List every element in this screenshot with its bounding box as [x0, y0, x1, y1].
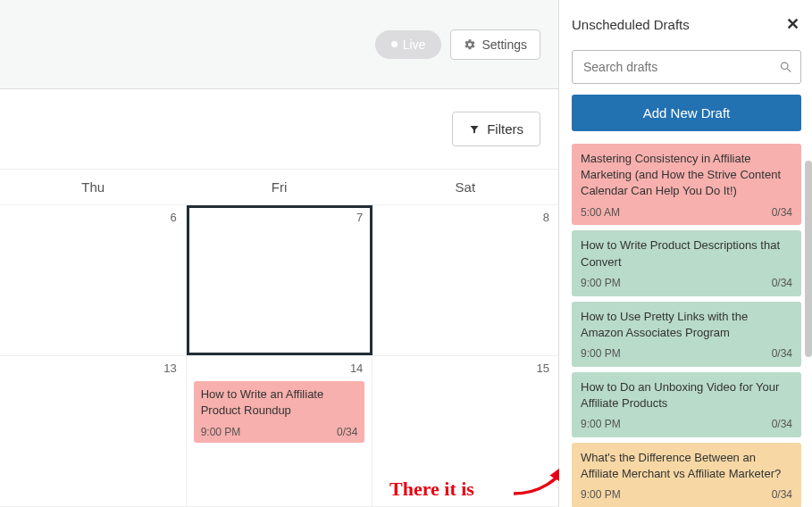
gear-icon — [464, 38, 476, 51]
svg-point-0 — [782, 62, 789, 70]
svg-line-1 — [787, 69, 791, 72]
calendar-header-row: Thu Fri Sat — [0, 170, 558, 205]
calendar-cell[interactable]: 14 How to Write an Affiliate Product Rou… — [187, 356, 373, 506]
day-number: 15 — [537, 362, 549, 375]
live-dot-icon — [391, 41, 398, 47]
calendar-cell[interactable]: 8 — [373, 205, 558, 355]
draft-count: 0/34 — [772, 487, 792, 503]
draft-time: 9:00 PM — [581, 487, 621, 503]
filters-label: Filters — [487, 121, 523, 137]
close-icon[interactable]: ✕ — [786, 16, 799, 32]
calendar-cell-selected[interactable]: 7 — [187, 205, 373, 355]
draft-title: What's the Difference Between an Affilia… — [581, 450, 792, 482]
calendar-event[interactable]: How to Write an Affiliate Product Roundu… — [194, 381, 365, 443]
draft-time: 5:00 AM — [581, 205, 620, 220]
drafts-sidebar: Unscheduled Drafts ✕ Add New Draft Maste… — [559, 0, 812, 507]
draft-item[interactable]: How to Write Product Descriptions that C… — [572, 230, 801, 295]
draft-count: 0/34 — [772, 205, 792, 220]
settings-label: Settings — [481, 37, 527, 52]
event-time: 9:00 PM — [201, 425, 241, 439]
day-number: 6 — [170, 211, 176, 224]
draft-item[interactable]: What's the Difference Between an Affilia… — [572, 443, 801, 507]
add-new-draft-button[interactable]: Add New Draft — [572, 95, 801, 131]
calendar-row: 13 14 How to Write an Affiliate Product … — [0, 356, 558, 507]
filter-toolbar: Filters — [0, 89, 558, 170]
filters-button[interactable]: Filters — [452, 112, 540, 146]
settings-button[interactable]: Settings — [450, 29, 540, 60]
draft-title: How to Use Pretty Links with the Amazon … — [581, 309, 792, 341]
draft-title: How to Write Product Descriptions that C… — [581, 237, 792, 270]
sidebar-title: Unscheduled Drafts — [572, 17, 690, 32]
scrollbar-thumb[interactable] — [805, 161, 812, 357]
draft-item[interactable]: Mastering Consistency in Affiliate Marke… — [572, 144, 801, 225]
top-toolbar: Live Settings — [0, 0, 558, 89]
day-number: 14 — [350, 362, 363, 375]
draft-item[interactable]: How to Use Pretty Links with the Amazon … — [572, 302, 801, 367]
day-number: 8 — [543, 211, 549, 224]
day-header-fri: Fri — [186, 170, 372, 204]
day-number: 13 — [163, 362, 176, 375]
draft-item[interactable]: How to Do an Unboxing Video for Your Aff… — [572, 372, 801, 437]
search-wrap — [572, 50, 801, 84]
calendar-cell[interactable]: 6 — [0, 205, 187, 355]
day-number: 7 — [356, 211, 363, 224]
live-button[interactable]: Live — [375, 30, 442, 59]
event-title: How to Write an Affiliate Product Roundu… — [201, 386, 358, 418]
draft-time: 9:00 PM — [581, 417, 621, 432]
search-icon — [779, 61, 792, 74]
calendar-cell[interactable]: 15 — [373, 356, 558, 506]
search-input[interactable] — [572, 50, 801, 84]
day-header-sat: Sat — [373, 170, 558, 204]
day-header-thu: Thu — [0, 170, 186, 204]
funnel-icon — [469, 124, 480, 135]
event-count: 0/34 — [337, 425, 357, 439]
calendar-cell[interactable]: 13 — [0, 356, 187, 506]
draft-time: 9:00 PM — [581, 276, 621, 291]
calendar-body: 6 7 8 13 14 How to Write an Affiliate Pr… — [0, 205, 558, 507]
draft-title: How to Do an Unboxing Video for Your Aff… — [581, 379, 792, 411]
draft-count: 0/34 — [772, 276, 792, 291]
draft-count: 0/34 — [772, 346, 792, 362]
calendar-row: 6 7 8 — [0, 205, 558, 356]
draft-count: 0/34 — [772, 417, 792, 432]
draft-title: Mastering Consistency in Affiliate Marke… — [581, 151, 792, 200]
calendar-main: Live Settings Filters Thu Fri Sat 6 — [0, 0, 559, 507]
sidebar-header: Unscheduled Drafts ✕ — [559, 0, 812, 41]
live-label: Live — [403, 37, 426, 52]
draft-time: 9:00 PM — [581, 346, 621, 362]
